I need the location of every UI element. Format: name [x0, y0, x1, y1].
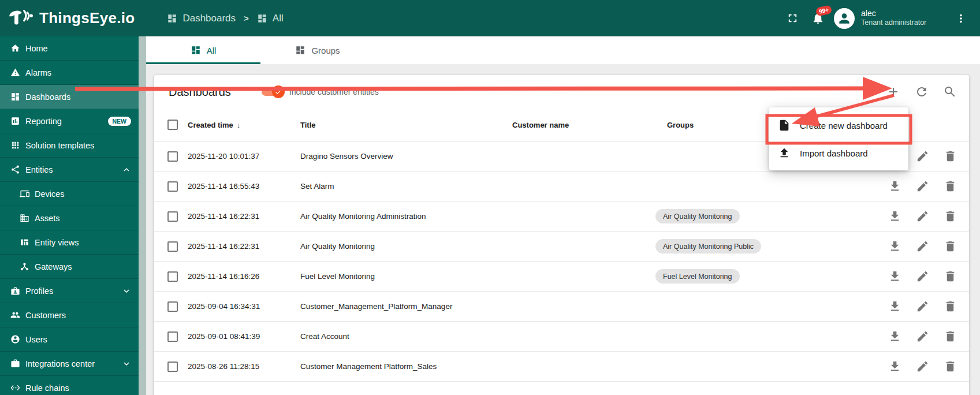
app-logo[interactable]: ThingsEye.io: [8, 8, 135, 29]
row-checkbox[interactable]: [167, 151, 178, 162]
edit-dashboard-button[interactable]: [916, 180, 929, 193]
cell-created-time: 2025-11-20 10:01:37: [188, 152, 300, 161]
sort-arrow-icon: ↓: [237, 121, 241, 129]
tab-groups[interactable]: Groups: [260, 36, 375, 64]
edit-dashboard-button[interactable]: [916, 360, 929, 373]
tab-all[interactable]: All: [146, 36, 260, 64]
notifications-button[interactable]: 99+: [805, 6, 830, 31]
table-row[interactable]: 2025-11-14 16:55:43 Set Alarm: [154, 172, 969, 202]
menu-item-create-new-dashboard[interactable]: Create new dashboard: [769, 111, 908, 139]
delete-dashboard-button[interactable]: [944, 300, 957, 313]
edit-dashboard-button[interactable]: [916, 210, 929, 223]
delete-dashboard-button[interactable]: [944, 180, 957, 193]
breadcrumb-dashboards[interactable]: Dashboards: [167, 13, 236, 24]
sidebar-item-label: Gateways: [35, 262, 72, 271]
sidebar-item-label: Reporting: [25, 117, 62, 126]
sidebar-item-devices[interactable]: Devices: [0, 182, 139, 206]
export-dashboard-button[interactable]: [888, 180, 901, 193]
export-dashboard-button[interactable]: [888, 270, 901, 283]
user-role: Tenant administrator: [861, 18, 937, 28]
table-row[interactable]: 2025-11-14 16:22:31 Air Quality Monitori…: [154, 232, 969, 262]
refresh-button[interactable]: [915, 85, 929, 99]
home-icon: [10, 43, 20, 53]
table-toolbar: [872, 85, 957, 99]
row-checkbox[interactable]: [167, 301, 178, 312]
user-name: alec: [861, 9, 937, 19]
row-checkbox[interactable]: [167, 211, 178, 222]
row-checkbox[interactable]: [167, 331, 178, 342]
sidebar-item-profiles[interactable]: Profiles: [0, 279, 139, 303]
row-checkbox[interactable]: [167, 271, 178, 282]
column-header-created-time[interactable]: Created time↓: [188, 121, 300, 129]
devices-icon: [20, 189, 29, 199]
delete-dashboard-button[interactable]: [944, 150, 957, 163]
avatar[interactable]: [834, 8, 855, 29]
export-dashboard-button[interactable]: [888, 330, 901, 343]
card-header: Dashboards Include customer entities: [154, 75, 969, 109]
delete-dashboard-button[interactable]: [944, 210, 957, 223]
menu-item-label: Import dashboard: [800, 148, 868, 158]
edit-dashboard-button[interactable]: [916, 240, 929, 253]
sidebar-scrollbar[interactable]: [139, 36, 146, 395]
sidebar-item-entities[interactable]: Entities: [0, 158, 139, 182]
dashboard-icon: [295, 45, 305, 55]
menu-item-label: Create new dashboard: [800, 121, 888, 131]
group-chip[interactable]: Air Quality Monitoring: [655, 209, 740, 223]
sidebar-item-rule-chains[interactable]: Rule chains: [0, 376, 139, 395]
delete-dashboard-button[interactable]: [944, 360, 957, 373]
sidebar-item-entity-views[interactable]: Entity views: [0, 230, 139, 255]
cell-title: Dragino Sensors Overview: [300, 152, 512, 161]
table-row[interactable]: 2025-11-14 16:16:26 Fuel Level Monitorin…: [154, 262, 969, 292]
delete-dashboard-button[interactable]: [944, 270, 957, 283]
fullscreen-button[interactable]: [780, 6, 805, 31]
delete-dashboard-button[interactable]: [944, 330, 957, 343]
toggle-thumb: [272, 85, 285, 98]
edit-dashboard-button[interactable]: [916, 300, 929, 313]
chevron-down-icon: [121, 285, 132, 296]
row-checkbox[interactable]: [167, 362, 178, 372]
search-button[interactable]: [943, 85, 957, 99]
row-checkbox[interactable]: [167, 241, 178, 252]
cell-title: Air Quality Monitoring: [300, 242, 512, 251]
edit-dashboard-button[interactable]: [916, 330, 929, 343]
table-row[interactable]: 2025-08-26 11:28:15 Customer Management …: [154, 352, 969, 382]
table-row[interactable]: 2025-09-01 08:41:39 Creat Account: [154, 322, 969, 352]
table-row[interactable]: 2025-11-14 16:22:31 Air Quality Monitori…: [154, 202, 969, 232]
add-dashboard-button[interactable]: [886, 85, 900, 99]
export-dashboard-button[interactable]: [888, 360, 901, 373]
edit-dashboard-button[interactable]: [916, 270, 929, 283]
header-overflow-menu-button[interactable]: [955, 12, 967, 25]
table-row[interactable]: 2025-09-04 16:34:31 Customer_Management_…: [154, 292, 969, 322]
group-chip[interactable]: Air Quality Monitoring Public: [655, 239, 761, 254]
sidebar-item-reporting[interactable]: Reporting NEW: [0, 109, 139, 133]
sidebar-item-gateways[interactable]: Gateways: [0, 255, 139, 279]
group-chip[interactable]: Fuel Level Monitoring: [655, 269, 740, 284]
sidebar-item-home[interactable]: Home: [0, 36, 139, 61]
export-dashboard-button[interactable]: [888, 240, 901, 253]
sidebar-item-alarms[interactable]: Alarms: [0, 61, 139, 85]
sidebar-item-users[interactable]: Users: [0, 327, 139, 352]
trash-icon: [944, 150, 957, 163]
download-icon: [888, 270, 901, 283]
export-dashboard-button[interactable]: [888, 210, 901, 223]
breadcrumb-label: Dashboards: [182, 13, 236, 24]
sidebar-item-dashboards[interactable]: Dashboards: [0, 85, 139, 109]
sidebar-item-customers[interactable]: Customers: [0, 303, 139, 327]
profiles-badge-icon: [10, 286, 20, 296]
column-header-title[interactable]: Title: [300, 121, 512, 129]
edit-dashboard-button[interactable]: [916, 150, 929, 163]
sidebar-item-assets[interactable]: Assets: [0, 206, 139, 230]
menu-item-import-dashboard[interactable]: Import dashboard: [769, 139, 908, 167]
sidebar-item-integrations-center[interactable]: Integrations center: [0, 352, 139, 376]
row-checkbox[interactable]: [167, 181, 178, 192]
export-dashboard-button[interactable]: [888, 300, 901, 313]
select-all-checkbox[interactable]: [167, 120, 178, 130]
sidebar-item-solution-templates[interactable]: Solution templates: [0, 133, 139, 158]
breadcrumb-all[interactable]: All: [257, 13, 284, 24]
alarm-warning-icon: [10, 68, 20, 77]
delete-dashboard-button[interactable]: [944, 240, 957, 253]
sidebar-item-label: Alarms: [25, 68, 51, 77]
trash-icon: [944, 300, 957, 313]
include-customer-entities-toggle[interactable]: [262, 88, 283, 96]
column-header-customer-name[interactable]: Customer name: [512, 121, 655, 129]
